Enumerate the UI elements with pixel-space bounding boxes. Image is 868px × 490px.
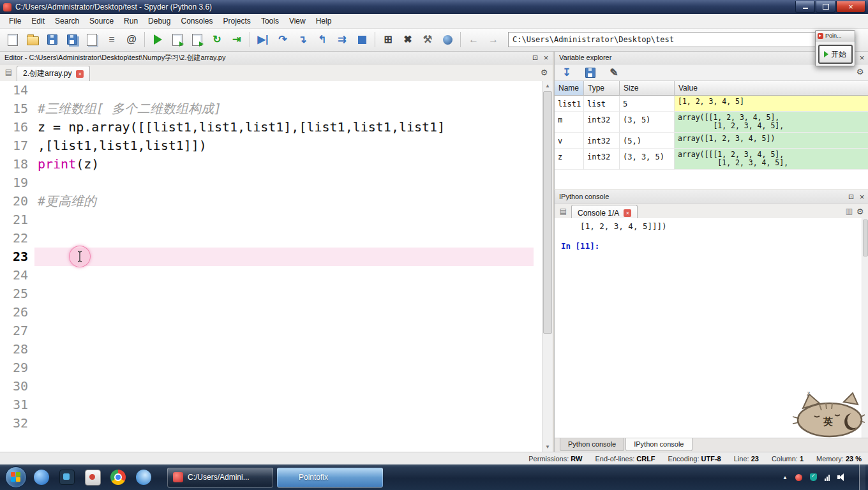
code-line[interactable]: 17,[list1,list1,list1]])	[0, 137, 553, 155]
code-line[interactable]: 32	[0, 414, 553, 433]
code-line[interactable]: 30	[0, 377, 553, 396]
back-icon[interactable]: ←	[465, 31, 483, 48]
scroll-down-icon[interactable]: ▼	[542, 442, 553, 452]
preferences-icon[interactable]: ⚒	[419, 31, 437, 48]
undock-icon[interactable]	[531, 54, 539, 61]
stop-icon[interactable]	[353, 31, 371, 48]
column-header-size[interactable]: Size	[620, 81, 675, 96]
code-line[interactable]: 14	[0, 81, 553, 100]
cat-sticker[interactable]: z z 英	[790, 387, 865, 440]
undock-icon[interactable]	[847, 193, 855, 200]
forward-icon[interactable]: →	[484, 31, 502, 48]
close-pane-icon[interactable]	[858, 193, 866, 201]
tray-app-icon[interactable]	[795, 474, 802, 481]
taskbar-button[interactable]: C:/Users/Admini...	[167, 468, 273, 487]
menu-item-debug[interactable]: Debug	[143, 15, 176, 27]
show-desktop-button[interactable]	[859, 464, 865, 490]
code-line[interactable]: 16z = np.array([[list1,list1,list1],[lis…	[0, 118, 553, 137]
quick-launch-icon[interactable]	[33, 469, 50, 486]
run-cell-icon[interactable]	[168, 31, 186, 48]
working-directory-input[interactable]	[508, 32, 841, 47]
close-button[interactable]: ×	[836, 1, 865, 13]
table-row[interactable]: mint32(3, 5)array([[1, 2, 3, 4, 5], [1, …	[555, 112, 868, 133]
code-line[interactable]: 28	[0, 340, 553, 359]
save-data-icon[interactable]	[583, 66, 597, 80]
step-over-icon[interactable]: ↷	[274, 31, 292, 48]
new-file-icon[interactable]	[4, 31, 22, 48]
quick-launch-icon[interactable]	[59, 469, 75, 486]
tab-close-icon[interactable]	[624, 209, 631, 217]
menu-item-file[interactable]: File	[4, 15, 26, 27]
close-pane-icon[interactable]	[858, 54, 866, 62]
volume-icon[interactable]	[837, 473, 846, 481]
code-line[interactable]: 24	[0, 266, 553, 285]
editor-options-icon[interactable]	[540, 68, 548, 77]
step-into-icon[interactable]: ↴	[294, 31, 311, 48]
table-row[interactable]: vint32(5,)array([1, 2, 3, 4, 5])	[555, 133, 868, 149]
browse-tabs-icon[interactable]	[4, 68, 13, 76]
edit-data-icon[interactable]: ✎	[607, 66, 621, 80]
scroll-up-icon[interactable]: ▲	[542, 81, 553, 91]
code-line[interactable]: 25	[0, 285, 553, 303]
save-all-icon[interactable]	[63, 31, 81, 48]
code-line[interactable]: 26	[0, 303, 553, 322]
tab-ipython-console[interactable]: IPython console	[625, 438, 692, 451]
menu-item-run[interactable]: Run	[119, 15, 143, 27]
menu-item-tools[interactable]: Tools	[256, 15, 284, 27]
column-header-value[interactable]: Value	[675, 81, 868, 96]
rerun-cell-icon[interactable]: ↻	[208, 31, 226, 48]
pointofix-titlebar[interactable]: Poin...	[816, 31, 855, 41]
console-env-icon[interactable]	[845, 207, 853, 215]
menu-item-consoles[interactable]: Consoles	[176, 15, 218, 27]
network-icon[interactable]	[825, 473, 830, 481]
menu-item-search[interactable]: Search	[50, 15, 84, 27]
debug-icon[interactable]: ▶|	[254, 31, 272, 48]
save-file-icon[interactable]	[43, 31, 61, 48]
minimize-button[interactable]	[795, 1, 815, 13]
code-line[interactable]: 31	[0, 396, 553, 414]
menu-item-view[interactable]: View	[284, 15, 311, 27]
code-line[interactable]: 20#更高维的	[0, 192, 553, 211]
symbol-finder-icon[interactable]: @	[123, 31, 140, 48]
column-header-name[interactable]: Name	[555, 81, 584, 96]
column-header-type[interactable]: Type	[584, 81, 620, 96]
pythonpath-icon[interactable]	[438, 31, 456, 48]
quick-launch-icon[interactable]	[110, 469, 126, 486]
quick-launch-icon[interactable]	[84, 469, 101, 486]
code-line[interactable]: 18print(z)	[0, 155, 553, 174]
code-line[interactable]: 29	[0, 359, 553, 377]
code-line[interactable]: 21	[0, 211, 553, 229]
editor-tab[interactable]: 2.创建array.py	[17, 66, 90, 81]
varexp-options-icon[interactable]	[856, 68, 864, 76]
scrollbar-thumb[interactable]	[863, 219, 868, 256]
menu-item-help[interactable]: Help	[311, 15, 337, 27]
run-selection-icon[interactable]: ⇥	[228, 31, 246, 48]
code-line[interactable]: 19	[0, 174, 553, 192]
code-line[interactable]: 22	[0, 229, 553, 248]
start-button[interactable]	[5, 466, 27, 488]
tab-python-console[interactable]: Python console	[560, 438, 624, 451]
code-line[interactable]: 27	[0, 322, 553, 340]
scrollbar-thumb[interactable]	[543, 91, 552, 334]
quick-launch-icon[interactable]	[135, 469, 152, 486]
close-pane-icon[interactable]	[542, 54, 550, 62]
step-return-icon[interactable]: ↰	[313, 31, 331, 48]
maximize-button[interactable]	[816, 1, 835, 13]
tray-expand-icon[interactable]: ▲	[782, 475, 788, 480]
editor-scrollbar[interactable]: ▲ ▼	[542, 81, 553, 452]
security-shield-icon[interactable]	[810, 473, 817, 481]
console-options-icon[interactable]	[856, 207, 864, 216]
continue-icon[interactable]: ⇉	[333, 31, 351, 48]
menu-item-edit[interactable]: Edit	[26, 15, 50, 27]
taskbar-button[interactable]: Pointofix	[277, 468, 383, 487]
table-row[interactable]: zint32(3, 3, 5)array([[[1, 2, 3, 4, 5], …	[555, 149, 868, 170]
pointofix-start-button[interactable]: 开始	[818, 45, 853, 64]
table-row[interactable]: list1list5[1, 2, 3, 4, 5]	[555, 96, 868, 112]
menu-item-projects[interactable]: Projects	[218, 15, 256, 27]
tab-close-icon[interactable]	[76, 70, 84, 78]
run-cell-advance-icon[interactable]	[188, 31, 206, 48]
run-icon[interactable]	[149, 31, 167, 48]
file-switcher-icon[interactable]	[83, 31, 101, 48]
code-line[interactable]: 15#三维数组[ 多个二维数组构成]	[0, 100, 553, 118]
fullscreen-icon[interactable]: ✖	[399, 31, 417, 48]
